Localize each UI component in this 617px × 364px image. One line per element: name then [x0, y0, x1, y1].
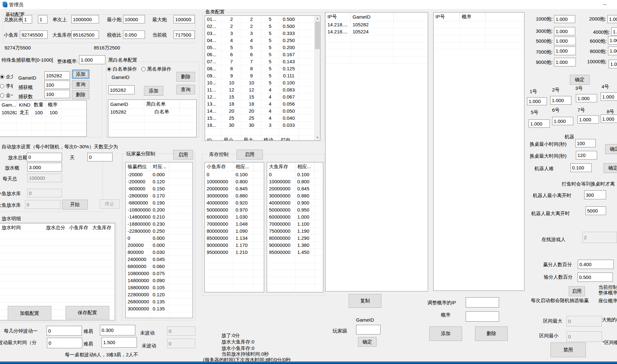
catch-count-input[interactable] — [44, 90, 70, 98]
table-row[interactable]: 300000000.880 — [267, 192, 323, 199]
column-header[interactable]: 相应... — [234, 162, 254, 171]
ip-delete-button[interactable]: 删除 — [475, 326, 508, 341]
whitelist-radio[interactable]: 白名单操作 — [107, 66, 137, 72]
seat-6-input[interactable] — [552, 117, 573, 125]
table-row[interactable]: -228000000.250 — [126, 228, 192, 235]
bw-gameid-input[interactable] — [108, 85, 135, 94]
special-radio-3[interactable]: 金一 — [0, 92, 13, 99]
cannon-9000-input[interactable] — [554, 58, 576, 66]
special-gameid-input[interactable] — [44, 71, 70, 80]
table-row[interactable]: 500000000.950 — [267, 206, 323, 213]
table-row[interactable]: 00.100 — [205, 171, 264, 178]
exchange-ratio-input-2[interactable] — [38, 15, 48, 23]
table-row[interactable]: 900000001.170 — [205, 242, 264, 249]
column-header[interactable]: 最小... — [222, 136, 242, 141]
wave-maxtime-input[interactable] — [47, 338, 82, 348]
loss-percent-input[interactable] — [577, 273, 613, 282]
column-header[interactable]: 放水总分 — [44, 223, 67, 232]
table-row[interactable]: 01...2250.500 — [205, 16, 320, 23]
table-row[interactable]: 300000000.880 — [205, 192, 264, 199]
table-row[interactable]: 108000000.075 — [126, 270, 192, 277]
table-row[interactable]: -8000000.150 — [126, 185, 192, 192]
scrollbar[interactable]: ▲ ▼ — [314, 16, 320, 140]
table-row[interactable]: 00.100 — [267, 171, 323, 178]
robot-min-leave-input[interactable] — [584, 190, 606, 199]
column-header[interactable]: 大鱼库存 — [267, 162, 295, 171]
small-store-input[interactable] — [20, 30, 48, 39]
seat-7-input[interactable] — [577, 115, 599, 124]
ip-gameid-table[interactable]: IP号GameID14.218....10528214.218....10522… — [325, 12, 428, 291]
column-header[interactable]: 大鱼库存 — [90, 223, 113, 232]
special-fish-table[interactable]: Gam...KIND数量概率105282龙王100100 — [0, 100, 87, 137]
table-row[interactable]: 02...2250.500 — [205, 23, 320, 30]
special-radio-2[interactable]: 李钅 — [0, 83, 13, 89]
table-row[interactable]: 105282白名单 — [108, 108, 196, 116]
column-header[interactable]: 概率 — [460, 13, 486, 21]
table-row[interactable]: 188000000.105 — [126, 284, 192, 291]
robot-difficulty-input[interactable] — [570, 163, 592, 172]
catch-prob-input[interactable] — [44, 81, 70, 89]
cannon-3000-input[interactable] — [554, 27, 575, 35]
cannon-confirm-button[interactable]: 确定 — [570, 75, 590, 85]
table-row[interactable]: 06...6650.167 — [205, 51, 320, 58]
table-row[interactable]: 100000000.800 — [267, 178, 323, 185]
table-row[interactable]: 03...3350.333 — [205, 30, 320, 37]
column-header[interactable]: 最大... — [242, 136, 262, 141]
special-delete-button[interactable]: 删除 — [72, 90, 89, 99]
seat-8-input[interactable] — [601, 115, 617, 123]
scroll-up-icon[interactable]: ▲ — [315, 16, 320, 21]
min-cannon-input[interactable] — [123, 15, 145, 23]
scroll-down-icon[interactable]: ▼ — [315, 135, 320, 140]
drain-day-input[interactable] — [87, 153, 112, 161]
wave-diff1-input[interactable] — [100, 325, 135, 335]
cannon-2000-input[interactable] — [607, 15, 617, 23]
table-row[interactable]: 200000000.845 — [267, 185, 323, 192]
minimize-button[interactable]: ─ — [598, 0, 611, 8]
cannon-4000-input[interactable] — [611, 27, 617, 36]
small-fish-stock-table[interactable]: 小鱼库存相应...00.100100000000.800200000000.84… — [204, 162, 264, 292]
table-row[interactable]: 05...5550.200 — [205, 44, 320, 51]
ip-prob-table[interactable]: IP号概率 — [433, 12, 524, 291]
special-radio-1[interactable]: 企力 — [0, 74, 13, 80]
ip-add-button[interactable]: 添加 — [429, 326, 462, 341]
table-row[interactable]: -200000.000 — [126, 171, 192, 178]
table-row[interactable]: -2000000.120 — [126, 178, 192, 185]
single-upper-input[interactable] — [71, 15, 99, 23]
column-header[interactable]: GameID — [108, 100, 144, 108]
copy-button[interactable]: 复制 — [349, 294, 381, 308]
table-row[interactable]: 15...252540.040 — [205, 115, 320, 122]
bw-add-button[interactable]: 添加 — [144, 86, 163, 96]
table-row[interactable]: 10...101050.100 — [205, 79, 320, 86]
table-row[interactable]: 800000001.290 — [267, 235, 323, 242]
table-row[interactable]: 950000001.450 — [267, 249, 323, 256]
table-row[interactable]: 850000001.134 — [205, 235, 264, 242]
table-row[interactable]: -28000000.170 — [126, 192, 192, 199]
seat-4-input[interactable] — [601, 92, 617, 101]
column-header[interactable]: 黑白名单 — [144, 100, 180, 108]
table-row[interactable]: 100000000.800 — [205, 178, 264, 185]
cannon-10000-input[interactable] — [609, 60, 617, 68]
stock-enable-button[interactable]: 启用 — [237, 150, 263, 160]
overall-prob-input[interactable] — [79, 55, 105, 64]
drain-start-button[interactable]: 开始 — [62, 200, 88, 210]
table-row[interactable]: 08...8850.125 — [205, 65, 320, 72]
seat-1-input[interactable] — [527, 97, 547, 105]
bw-query-button[interactable]: 查询 — [176, 85, 195, 94]
seat-2-input[interactable] — [550, 96, 571, 105]
robot-confirm-button[interactable]: 确定 — [604, 163, 617, 173]
table-row[interactable]: 14...202040.050 — [205, 108, 320, 115]
min-table-time-input[interactable] — [575, 139, 596, 147]
table-row[interactable]: 750000001.190 — [267, 228, 323, 235]
column-header[interactable]: 小鱼库存 — [67, 223, 90, 232]
table-row[interactable]: 900000001.380 — [267, 242, 323, 249]
cannon-8000-input[interactable] — [608, 47, 617, 55]
load-config-button[interactable]: 加载配置 — [8, 306, 51, 321]
max-table-time-input[interactable] — [576, 151, 597, 160]
column-header[interactable]: 输赢档位 — [126, 162, 151, 171]
table-row[interactable]: 11...121240.083 — [205, 86, 320, 93]
special-add-button[interactable]: 添加 — [72, 70, 89, 79]
blackwhite-table[interactable]: GameID黑白名单105282白名单 — [108, 100, 197, 137]
table-row[interactable]: 24000000.045 — [126, 256, 192, 263]
exchange-ratio-input-1[interactable] — [22, 15, 32, 23]
column-header[interactable]: 移动... — [262, 136, 279, 141]
